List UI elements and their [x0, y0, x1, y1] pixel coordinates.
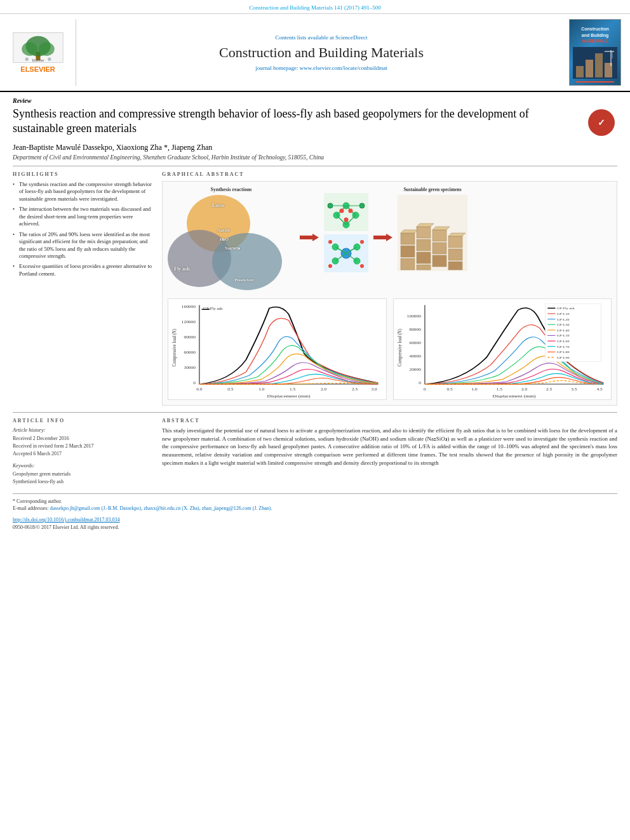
svg-text:100000: 100000 — [406, 314, 421, 317]
svg-text:2.5: 2.5 — [352, 387, 358, 390]
svg-text:✓: ✓ — [598, 117, 605, 128]
svg-text:GP-L80: GP-L80 — [556, 350, 569, 354]
svg-point-35 — [344, 217, 349, 222]
corresponding-note: * Corresponding author. — [13, 498, 617, 505]
svg-text:3.5: 3.5 — [571, 387, 577, 390]
svg-point-34 — [349, 208, 353, 213]
svg-text:Compressive load (N): Compressive load (N) — [171, 328, 177, 366]
venn-loess-label: Loess — [212, 203, 224, 208]
svg-rect-55 — [417, 227, 431, 238]
cover-illustration — [573, 47, 617, 79]
svg-marker-68 — [448, 233, 466, 236]
charts-area: 0 30000 60000 90000 120000 160000 0.0 0.… — [168, 298, 612, 400]
svg-point-4 — [38, 43, 54, 56]
svg-text:GP-L90: GP-L90 — [556, 356, 569, 359]
svg-marker-66 — [417, 223, 434, 227]
svg-point-48 — [328, 264, 332, 268]
email-label: E-mail addresses: — [13, 505, 49, 511]
chart-7day: 0 30000 60000 90000 120000 160000 0.0 0.… — [168, 298, 387, 400]
molecule-top-icon — [324, 193, 368, 231]
sciencedirect-link: ScienceDirect — [335, 34, 367, 41]
svg-text:GP-L10: GP-L10 — [556, 312, 569, 315]
svg-marker-65 — [401, 230, 418, 233]
svg-text:3.0: 3.0 — [372, 387, 378, 390]
svg-text:0.5: 0.5 — [227, 387, 234, 390]
svg-text:60000: 60000 — [184, 350, 196, 354]
svg-text:2.0: 2.0 — [521, 387, 527, 390]
specimen-blocks-icon — [398, 195, 467, 271]
svg-text:GP-Fly ash: GP-Fly ash — [203, 307, 222, 310]
svg-point-7 — [48, 58, 51, 61]
highlight-item-2: The interaction between the two material… — [13, 206, 152, 227]
received-date: Received 2 December 2016 — [13, 435, 152, 443]
svg-text:60000: 60000 — [409, 340, 421, 344]
svg-marker-50 — [373, 234, 392, 241]
svg-rect-59 — [432, 230, 446, 241]
svg-rect-64 — [448, 262, 462, 270]
svg-text:GP-L30: GP-L30 — [556, 323, 569, 326]
venn-plasticizer-label: Plasticizer — [234, 277, 254, 283]
svg-text:0.0: 0.0 — [196, 387, 203, 390]
svg-point-49 — [360, 264, 364, 268]
svg-text:160000: 160000 — [182, 305, 196, 309]
article-info-heading: ARTICLE INFO — [13, 418, 152, 423]
svg-point-3 — [22, 43, 37, 56]
highlight-item-1: The synthesis reaction and the compressi… — [13, 181, 152, 203]
abstract-column: ABSTRACT This study investigated the pot… — [162, 418, 617, 486]
molecule-column — [324, 193, 368, 272]
highlights-heading: HIGHLIGHTS — [13, 171, 152, 177]
molecule-bottom-icon — [324, 234, 368, 272]
venn-naoh-label: NaOH — [217, 228, 229, 233]
svg-text:GP-L40: GP-L40 — [556, 328, 569, 331]
venn-h2o-label: H₂O — [220, 237, 229, 242]
arrow-right-2 — [373, 231, 392, 244]
highlights-column: HIGHLIGHTS The synthesis reaction and th… — [13, 171, 152, 406]
svg-text:40000: 40000 — [409, 354, 421, 357]
keyword-2: Synthetized loess-fly ash — [13, 478, 152, 486]
venn-flyash-label: Fly ash — [174, 266, 190, 272]
accepted-date: Accepted 6 March 2017 — [13, 450, 152, 458]
svg-text:30000: 30000 — [184, 366, 196, 370]
svg-text:4.5: 4.5 — [596, 387, 603, 390]
svg-text:90000: 90000 — [184, 335, 196, 339]
keyword-1: Geopolymer green materials — [13, 470, 152, 478]
svg-rect-56 — [417, 239, 431, 251]
svg-text:Elsevier: Elsevier — [32, 58, 44, 62]
journal-header: Elsevier ELSEVIER Contents lists availab… — [0, 14, 630, 92]
highlights-list: The synthesis reaction and the compressi… — [13, 181, 152, 278]
svg-point-47 — [360, 240, 364, 244]
homepage-line: journal homepage: www.elsevier.com/locat… — [255, 65, 387, 71]
svg-rect-12 — [595, 53, 603, 77]
venn-na2sio3-label: Na₂SiO₃ — [225, 246, 240, 251]
specimen-label: Sustainable green specimens — [403, 187, 461, 192]
svg-point-6 — [25, 58, 28, 61]
authors: Jean-Baptiste Mawulé Dassekpo, Xiaoxiong… — [13, 143, 617, 152]
svg-rect-53 — [401, 246, 415, 257]
journal-title: Construction and Building Materials — [219, 44, 424, 61]
svg-text:1.0: 1.0 — [258, 387, 265, 390]
journal-citation-link[interactable]: Construction and Building Materials 141 … — [249, 4, 380, 11]
doi-link[interactable]: http://dx.doi.org/10.1016/j.conbuildmat.… — [13, 517, 120, 523]
svg-rect-54 — [401, 258, 415, 270]
svg-text:Compressive load (N): Compressive load (N) — [396, 328, 403, 366]
abstract-text: This study investigated the potential us… — [162, 427, 617, 467]
svg-rect-108 — [545, 303, 601, 361]
email-addresses: dassekpo.jb@gmail.com (J.-B.M. Dassekpo)… — [50, 505, 272, 511]
svg-rect-63 — [448, 249, 462, 260]
article-info-abstract-section: ARTICLE INFO Article history: Received 2… — [13, 412, 617, 486]
article-type: Review — [13, 97, 617, 104]
keywords-label: Keywords: — [13, 463, 152, 469]
svg-text:20000: 20000 — [409, 368, 421, 371]
crossmark-icon: ✓ — [588, 109, 615, 136]
svg-rect-11 — [586, 60, 593, 77]
article-history-label: Article history: — [13, 427, 152, 433]
crossmark-badge[interactable]: ✓ — [586, 107, 617, 138]
article-title: Synthesis reaction and compressive stren… — [13, 107, 617, 137]
svg-rect-52 — [401, 233, 415, 244]
svg-marker-67 — [432, 227, 450, 230]
graphical-abstract-heading: GRAPHICAL ABSTRACT — [162, 171, 617, 177]
svg-rect-61 — [432, 255, 446, 267]
svg-text:GP-L60: GP-L60 — [556, 339, 569, 342]
journal-top-bar: Construction and Building Materials 141 … — [0, 0, 630, 14]
svg-text:GP-L50: GP-L50 — [556, 334, 569, 337]
